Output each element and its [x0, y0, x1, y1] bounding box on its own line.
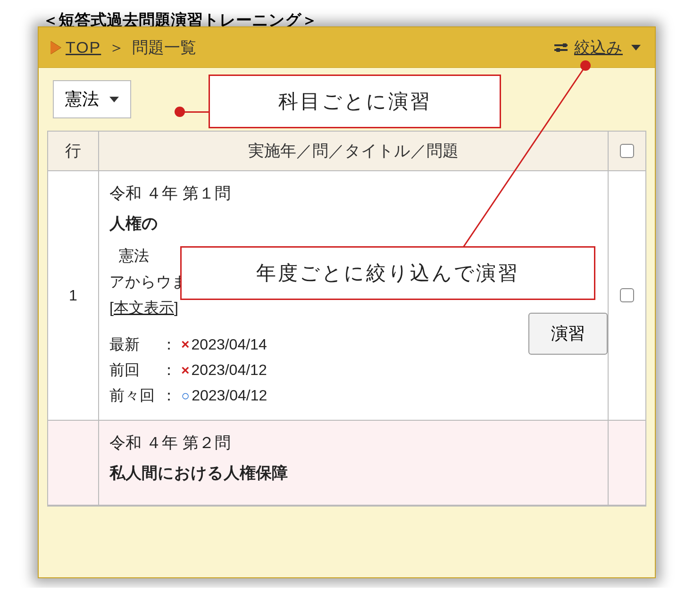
history-prev-date: 2023/04/12 — [192, 357, 267, 383]
caret-down-icon — [631, 45, 641, 50]
cell-checkbox — [609, 171, 645, 420]
breadcrumb-separator: ＞ — [109, 37, 125, 58]
th-main: 実施年／問／タイトル／問題 — [99, 132, 609, 170]
breadcrumb-current: 問題一覧 — [132, 37, 196, 58]
question-year: 令和 ４年 第１問 — [109, 183, 597, 204]
table-header: 行 実施年／問／タイトル／問題 — [48, 132, 645, 171]
question-year: 令和 ４年 第２問 — [109, 432, 597, 454]
cell-main: 令和 ４年 第２問 私人間における人権保障 — [99, 421, 609, 505]
topbar: TOP ＞ 問題一覧 絞込み — [39, 27, 655, 68]
subject-dropdown[interactable]: 憲法 — [53, 80, 131, 118]
annotation-dot — [580, 60, 591, 71]
circle-icon: ○ — [181, 383, 190, 408]
filter-button[interactable]: 絞込み — [554, 37, 641, 58]
history-latest-date: 2023/04/14 — [192, 332, 267, 357]
history-latest-label: 最新 — [109, 332, 161, 357]
annotation-dot — [175, 107, 185, 117]
row-checkbox[interactable] — [620, 288, 634, 302]
x-icon: × — [181, 358, 190, 382]
cell-rownum — [48, 421, 99, 505]
sliders-icon — [554, 44, 568, 51]
history-prev-label: 前回 — [109, 357, 161, 383]
exercise-button[interactable]: 演習 — [528, 313, 608, 355]
history-block: 最新 ： × 2023/04/14 前回 ： × 2023/04/12 — [109, 332, 597, 408]
show-body-link[interactable]: 本文表示 — [114, 299, 174, 316]
filter-label: 絞込み — [574, 37, 623, 58]
history-prev2-date: 2023/04/12 — [192, 383, 267, 408]
main-panel: TOP ＞ 問題一覧 絞込み 憲法 行 実施年／問／タイトル／ — [38, 26, 656, 578]
history-prev2-label: 前々回 — [109, 383, 161, 408]
callout-subject: 科目ごとに演習 — [209, 75, 501, 128]
play-icon — [50, 41, 61, 54]
cell-rownum: 1 — [48, 171, 99, 420]
breadcrumb: TOP ＞ 問題一覧 — [50, 37, 196, 58]
subject-selected: 憲法 — [65, 88, 99, 111]
question-title: 人権の — [109, 213, 597, 234]
caret-down-icon — [109, 97, 119, 102]
cell-checkbox — [609, 421, 645, 505]
callout-year: 年度ごとに絞り込んで演習 — [180, 246, 595, 300]
question-table: 行 実施年／問／タイトル／問題 1 令和 ４年 第１問 人権の 憲法 アからウま… — [47, 131, 646, 507]
breadcrumb-top-link[interactable]: TOP — [66, 38, 101, 57]
th-row: 行 — [48, 132, 99, 170]
th-checkbox — [609, 132, 645, 170]
x-icon: × — [181, 332, 190, 356]
question-title: 私人間における人権保障 — [109, 462, 597, 484]
table-row: 令和 ４年 第２問 私人間における人権保障 — [48, 421, 645, 506]
select-all-checkbox[interactable] — [620, 144, 634, 158]
